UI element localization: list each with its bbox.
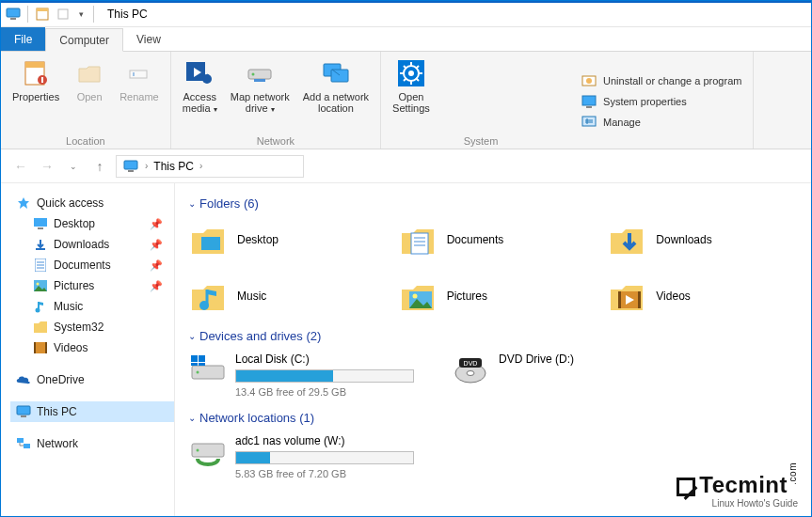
svg-rect-4	[58, 9, 68, 19]
settings-icon	[395, 57, 427, 89]
svg-rect-35	[124, 161, 137, 169]
svg-rect-53	[24, 444, 30, 448]
drive-local-c[interactable]: Local Disk (C:) 13.4 GB free of 29.5 GB	[188, 352, 414, 398]
network-drive-icon	[188, 434, 226, 472]
pin-icon: 📌	[150, 239, 163, 251]
svg-rect-54	[201, 237, 220, 250]
folder-music[interactable]: Music	[188, 276, 379, 316]
hdd-icon	[188, 352, 226, 390]
network-drive-w[interactable]: adc1 nas volume (W:) 5.83 GB free of 7.2…	[188, 434, 414, 479]
section-header-network-locations[interactable]: ⌄ Network locations (1)	[188, 411, 798, 425]
open-icon	[73, 57, 105, 89]
ribbon-tab-bar: File Computer View	[1, 27, 811, 52]
svg-rect-49	[45, 342, 47, 353]
chevron-down-icon: ⌄	[188, 331, 196, 341]
system-properties-icon	[581, 93, 597, 110]
this-pc-icon	[16, 404, 31, 419]
qat-unknown-icon[interactable]	[55, 6, 72, 23]
drive-free-text: 5.83 GB free of 7.20 GB	[235, 468, 414, 479]
map-network-drive-button[interactable]: Map network drive ▾	[225, 55, 295, 133]
uninstall-program-button[interactable]: Uninstall or change a program	[581, 72, 741, 89]
svg-point-61	[412, 294, 417, 299]
svg-rect-55	[411, 233, 428, 254]
onedrive-icon	[16, 372, 31, 387]
nav-item-music[interactable]: Music	[10, 296, 174, 317]
properties-button[interactable]: Properties	[7, 55, 65, 133]
ribbon-group-location: Properties Open Rename Location	[1, 52, 171, 149]
svg-point-66	[197, 371, 199, 374]
qat-divider	[27, 6, 28, 23]
tab-computer[interactable]: Computer	[45, 28, 123, 52]
drive-dvd-d[interactable]: DVD DVD Drive (D:)	[452, 352, 574, 398]
qat-properties-icon[interactable]	[34, 6, 51, 23]
svg-rect-9	[130, 70, 147, 78]
uninstall-icon	[581, 72, 597, 89]
nav-recent-dropdown[interactable]: ⌄	[63, 156, 84, 177]
nav-item-downloads[interactable]: Downloads📌	[10, 234, 174, 255]
breadcrumb-this-pc[interactable]: This PC	[153, 160, 194, 173]
svg-rect-37	[34, 218, 47, 227]
add-network-location-button[interactable]: Add a network location	[297, 55, 374, 133]
folder-documents-icon	[398, 220, 438, 259]
nav-item-videos[interactable]: Videos	[10, 337, 174, 358]
content-pane: ⌄ Folders (6) Desktop Documents Download…	[175, 183, 811, 516]
nav-quick-access[interactable]: Quick access	[10, 193, 174, 213]
svg-rect-34	[582, 117, 596, 126]
qat-customize-dropdown[interactable]: ▾	[75, 9, 88, 19]
section-header-drives[interactable]: ⌄ Devices and drives (2)	[188, 329, 798, 343]
svg-rect-6	[25, 62, 44, 68]
add-network-location-icon	[320, 57, 352, 89]
tab-view[interactable]: View	[123, 27, 174, 51]
qat-divider-2	[93, 6, 94, 23]
svg-rect-1	[10, 18, 16, 20]
nav-network[interactable]: Network	[10, 433, 174, 454]
folder-downloads[interactable]: Downloads	[607, 220, 798, 259]
address-bar[interactable]: › This PC ›	[116, 155, 304, 178]
svg-rect-70	[199, 363, 205, 366]
access-media-button[interactable]: Access media ▾	[177, 55, 223, 133]
folder-desktop[interactable]: Desktop	[188, 220, 379, 259]
nav-onedrive[interactable]: OneDrive	[10, 369, 174, 390]
crumb-arrow-icon[interactable]: ›	[199, 161, 202, 171]
nav-item-system32[interactable]: System32	[10, 317, 174, 337]
svg-rect-68	[199, 355, 205, 362]
svg-rect-48	[34, 342, 36, 353]
folder-documents[interactable]: Documents	[398, 220, 589, 259]
nav-item-desktop[interactable]: Desktop📌	[10, 213, 174, 234]
pin-icon: 📌	[150, 259, 163, 272]
svg-point-72	[467, 371, 474, 376]
folder-pictures[interactable]: Pictures	[398, 276, 589, 316]
open-button: Open	[67, 55, 112, 133]
properties-icon	[20, 57, 52, 89]
nav-up-button[interactable]: ↑	[89, 156, 110, 177]
this-pc-icon	[5, 6, 22, 23]
nav-this-pc[interactable]: This PC	[10, 401, 174, 422]
open-settings-button[interactable]: Open Settings	[387, 55, 436, 133]
manage-button[interactable]: Manage	[581, 114, 741, 131]
svg-rect-33	[586, 106, 592, 108]
drive-capacity-bar	[235, 451, 414, 464]
star-icon	[16, 196, 31, 211]
svg-rect-67	[191, 355, 198, 362]
system-properties-button[interactable]: System properties	[581, 93, 741, 110]
chevron-down-icon: ⌄	[188, 413, 196, 423]
section-header-folders[interactable]: ⌄ Folders (6)	[188, 196, 798, 211]
nav-item-documents[interactable]: Documents📌	[10, 255, 174, 275]
rename-icon	[123, 57, 155, 89]
svg-rect-63	[618, 291, 621, 308]
nav-item-pictures[interactable]: Pictures📌	[10, 275, 174, 296]
folder-videos[interactable]: Videos	[607, 276, 798, 316]
ribbon-group-system: Open Settings System Uninstall or change…	[381, 52, 754, 149]
chevron-down-icon: ⌄	[188, 198, 196, 209]
tab-file[interactable]: File	[1, 27, 45, 51]
nav-forward-button[interactable]: →	[37, 156, 57, 177]
music-icon	[33, 299, 48, 314]
ribbon: Properties Open Rename Location	[1, 52, 811, 149]
drive-capacity-bar	[235, 369, 414, 383]
nav-back-button[interactable]: ←	[10, 156, 31, 177]
crumb-arrow-icon[interactable]: ›	[145, 161, 148, 171]
svg-rect-47	[34, 342, 47, 353]
map-network-drive-icon	[244, 57, 276, 89]
pin-icon: 📌	[150, 218, 163, 230]
svg-point-14	[252, 73, 255, 76]
